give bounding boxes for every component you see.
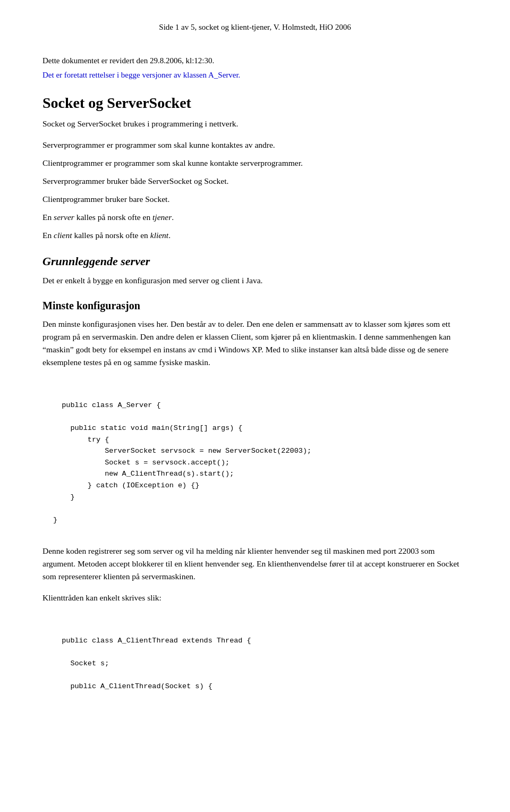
main-title-section: Socket og ServerSocket Socket og ServerS…: [42, 92, 468, 130]
p5-em-tjener: tjener: [152, 213, 172, 222]
p5-text-1: En: [42, 213, 54, 222]
paragraph-5: En server kalles på norsk ofte en tjener…: [42, 211, 468, 224]
grunnleggende-section: Grunnleggende server Det er enkelt å byg…: [42, 252, 468, 287]
intro-paragraphs: Serverprogrammer er programmer som skal …: [42, 139, 468, 242]
minste-title: Minste konfigurasjon: [42, 298, 468, 314]
revision-note: Det er foretatt rettelser i begge versjo…: [42, 69, 468, 81]
minste-section: Minste konfigurasjon Den minste konfigur…: [42, 298, 468, 369]
p6-em-client: client: [54, 231, 72, 240]
p5-text-2: kalles på norsk ofte en: [74, 213, 152, 222]
grunnleggende-title: Grunnleggende server: [42, 252, 468, 270]
p6-text-2: kalles på norsk ofte en: [72, 231, 150, 240]
paragraph-2: Clientprogrammer er programmer som skal …: [42, 157, 468, 170]
p6-text-3: .: [168, 231, 171, 240]
klienttrad-section: Klienttråden kan enkelt skrives slik:: [42, 591, 468, 604]
subtitle-line: Socket og ServerSocket brukes i programm…: [42, 117, 468, 130]
klienttrad-label: Klienttråden kan enkelt skrives slik:: [42, 591, 468, 604]
code-a-clientthread-text: public class A_ClientThread extends Thre…: [53, 637, 251, 690]
paragraph-4: Clientprogrammer bruker bare Socket.: [42, 193, 468, 206]
paragraph-6: En client kalles på norsk ofte en klient…: [42, 229, 468, 242]
intro-section: Dette dokumentet er revidert den 29.8.20…: [42, 55, 468, 82]
code-block-a-server: public class A_Server { public static vo…: [42, 379, 468, 534]
paragraph-1: Serverprogrammer er programmer som skal …: [42, 139, 468, 151]
page-header: Side 1 av 5, socket og klient-tjener, V.…: [42, 21, 468, 39]
revision-date: Dette dokumentet er revidert den 29.8.20…: [42, 55, 468, 67]
minste-paragraph: Den minste konfigurasjonen vises her. De…: [42, 318, 468, 369]
p6-text-1: En: [42, 231, 54, 240]
p6-em-klient: klient: [150, 231, 168, 240]
p5-text-3: .: [172, 213, 174, 222]
code-block-a-clientthread: public class A_ClientThread extends Thre…: [42, 615, 468, 701]
main-title: Socket og ServerSocket: [42, 92, 468, 114]
page-title: Side 1 av 5, socket og klient-tjener, V.…: [159, 23, 351, 31]
code-explanation-section: Denne koden registrerer seg som server o…: [42, 545, 468, 583]
grunnleggende-text: Det er enkelt å bygge en konfigurasjon m…: [42, 274, 468, 287]
code-explanation: Denne koden registrerer seg som server o…: [42, 545, 468, 583]
paragraph-3: Serverprogrammer bruker både ServerSocke…: [42, 175, 468, 188]
code-a-server-text: public class A_Server { public static vo…: [53, 401, 311, 524]
p5-em-server: server: [54, 213, 74, 222]
